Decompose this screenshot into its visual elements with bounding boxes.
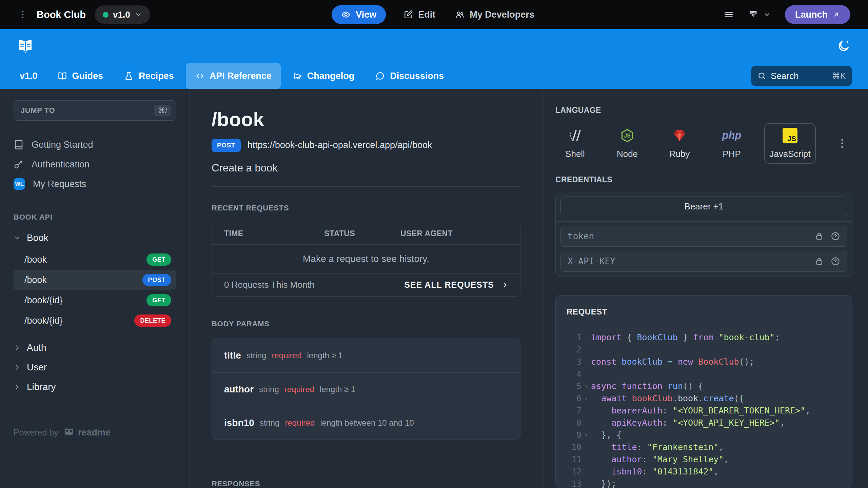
divider — [212, 464, 520, 464]
line-number: 11 — [567, 453, 581, 466]
chevron-down-icon — [14, 234, 21, 242]
credentials-label: CREDENTIALS — [555, 175, 852, 184]
version-selector[interactable]: v1.0 — [95, 5, 150, 24]
endpoint-book-id-delete[interactable]: /book/{id} DELETE — [14, 310, 176, 331]
language-option-label: Node — [617, 149, 638, 159]
method-badge-get: GET — [146, 253, 171, 266]
code-text: author: "Mary Shelley", — [591, 453, 729, 466]
body-params-label: BODY PARAMS — [212, 320, 520, 328]
try-it-panel: LANGUAGE Shell JS Node Ruby php PHP JS J… — [542, 89, 868, 488]
line-number: 1 — [567, 331, 581, 344]
flask-icon — [124, 71, 134, 81]
powered-by-readme[interactable]: Powered by readme — [14, 427, 176, 438]
fold-toggle-icon[interactable]: ▾ — [581, 392, 591, 405]
dark-mode-toggle-moon-icon[interactable] — [837, 39, 850, 53]
tab-recipes[interactable]: Recipes — [115, 63, 183, 89]
bearer-auth-button[interactable]: Bearer +1 — [560, 197, 847, 216]
language-options: Shell JS Node Ruby php PHP JS JavaScript — [555, 123, 816, 164]
readme-logo-icon — [64, 427, 75, 438]
param-constraint: length ≥ 1 — [307, 351, 343, 360]
project-logo-book-icon[interactable] — [18, 38, 33, 54]
credential-placeholder: X-API-KEY — [568, 256, 808, 266]
language-option-ruby[interactable]: Ruby — [660, 123, 699, 164]
my-developers-label: My Developers — [470, 9, 534, 20]
tab-guides[interactable]: Guides — [48, 63, 113, 89]
sidebar-group-label: Book — [27, 232, 48, 243]
help-circle-icon[interactable] — [831, 231, 840, 241]
sidebar-collapsed-groups: Auth User Library — [14, 340, 176, 395]
lock-icon — [814, 257, 824, 266]
tab-api-reference[interactable]: API Reference — [186, 63, 281, 89]
credentials-card: Bearer +1 token X-API-KEY — [555, 192, 852, 277]
endpoint-book-id-get[interactable]: /book/{id} GET — [14, 290, 176, 310]
endpoint-book-get[interactable]: /book GET — [14, 249, 176, 270]
param-constraint: length between 10 and 10 — [320, 418, 414, 428]
topbar: Book Club v1.0 View Edit My Developers — [0, 0, 868, 29]
sidebar-group-book[interactable]: Book — [14, 230, 176, 246]
param-row-author[interactable]: author string required length ≥ 1 — [212, 372, 520, 406]
view-button[interactable]: View — [332, 5, 386, 24]
code-text: isbn10: "0143131842", — [591, 466, 718, 478]
sidebar-item-authentication[interactable]: Authentication — [14, 155, 176, 174]
language-option-node[interactable]: JS Node — [608, 123, 647, 164]
code-text: const bookClub = new BookClub(); — [591, 356, 754, 368]
sidebar-item-label: Authentication — [32, 159, 90, 170]
code-text: }); — [591, 478, 616, 488]
launch-button[interactable]: Launch — [785, 5, 850, 24]
line-number: 3 — [567, 356, 581, 368]
more-languages-kebab-icon[interactable] — [836, 137, 848, 149]
fold-toggle-icon — [581, 405, 591, 417]
fold-toggle-icon — [581, 331, 591, 344]
topbar-mode-switch: View Edit My Developers — [332, 0, 536, 29]
credential-input-x-api-key[interactable]: X-API-KEY — [560, 251, 847, 272]
recent-requests-footer: 0 Requests This Month SEE ALL REQUESTS — [212, 274, 520, 296]
fold-toggle-icon[interactable]: ▾ — [581, 429, 591, 441]
my-developers-button[interactable]: My Developers — [453, 9, 536, 20]
endpoint-path: /book — [24, 275, 47, 285]
nav-version-label[interactable]: v1.0 — [18, 63, 46, 89]
sidebar-item-getting-started[interactable]: Getting Started — [14, 135, 176, 155]
sidebar-group-auth[interactable]: Auth — [14, 340, 176, 356]
tab-changelog[interactable]: Changelog — [283, 63, 364, 89]
arrow-right-icon — [499, 281, 508, 289]
code-text: async function run() { — [591, 380, 703, 392]
help-circle-icon[interactable] — [831, 257, 840, 266]
js-icon: JS — [783, 127, 797, 144]
chevron-right-icon — [14, 383, 21, 391]
line-number: 4 — [567, 368, 581, 380]
code-line: 1 import { BookClub } from "book-club"; — [567, 331, 852, 344]
line-number: 5 — [567, 380, 581, 392]
see-all-requests-link[interactable]: SEE ALL REQUESTS — [404, 280, 508, 290]
fold-toggle-icon[interactable]: ▾ — [581, 380, 591, 392]
avatar: WL — [14, 178, 25, 190]
sidebar-group-library[interactable]: Library — [14, 379, 176, 395]
line-number: 2 — [567, 344, 581, 356]
credential-input-token[interactable]: token — [560, 226, 847, 247]
endpoint-book-post[interactable]: /book POST — [14, 270, 176, 290]
param-name: isbn10 — [224, 418, 254, 428]
method-badge-post: POST — [142, 274, 171, 286]
requests-count: 0 Requests This Month — [224, 280, 315, 290]
sidebar-group-label: Auth — [27, 342, 46, 353]
endpoint-url[interactable]: https://book-club-api-opal.vercel.app/ap… — [248, 140, 432, 150]
tab-discussions[interactable]: Discussions — [366, 63, 453, 89]
language-option-javascript[interactable]: JS JavaScript — [764, 123, 816, 164]
line-number: 12 — [567, 466, 581, 478]
search-input[interactable]: Search ⌘K — [751, 66, 852, 86]
tab-label: Changelog — [307, 71, 355, 81]
request-code-block[interactable]: 1 import { BookClub } from "book-club"; … — [567, 331, 852, 488]
fold-toggle-icon — [581, 478, 591, 488]
menu-icon[interactable] — [723, 9, 734, 20]
edit-button-label: Edit — [418, 9, 435, 20]
sidebar-group-user[interactable]: User — [14, 359, 176, 375]
jump-to-button[interactable]: JUMP TO ⌘/ — [14, 100, 176, 121]
language-option-php[interactable]: php PHP — [712, 123, 751, 164]
param-row-isbn10[interactable]: isbn10 string required length between 10… — [212, 406, 520, 440]
project-menu-icon[interactable] — [18, 9, 28, 20]
sidebar-item-my-requests[interactable]: WL My Requests — [14, 174, 176, 194]
edit-button[interactable]: Edit — [401, 9, 437, 20]
language-option-shell[interactable]: Shell — [555, 123, 595, 164]
credential-placeholder: token — [568, 231, 808, 241]
appearance-control[interactable] — [748, 9, 771, 20]
param-row-title[interactable]: title string required length ≥ 1 — [212, 339, 520, 372]
